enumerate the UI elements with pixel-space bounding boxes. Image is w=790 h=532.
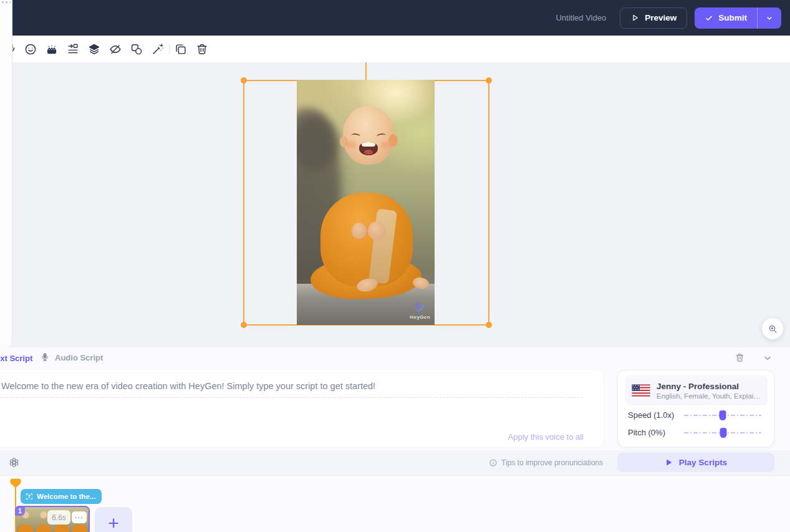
image-monk-mouth	[359, 142, 378, 155]
submit-label: Submit	[718, 13, 747, 22]
selection-handle-bottom-left[interactable]	[241, 322, 247, 328]
submit-button[interactable]: Submit	[695, 7, 757, 29]
left-sidebar-edge	[0, 0, 12, 347]
video-canvas[interactable]: HeyGen	[0, 62, 790, 347]
speed-slider-thumb[interactable]	[720, 410, 726, 420]
image-monk-teeth	[362, 142, 375, 147]
pitch-slider-row: Pitch (0%)	[628, 428, 761, 437]
duplicate-icon[interactable]	[173, 42, 188, 57]
element-toolbar	[0, 36, 790, 62]
preview-button[interactable]: Preview	[620, 7, 687, 29]
image-monk-tongue	[364, 150, 373, 155]
canvas-zoom-button[interactable]	[762, 318, 783, 339]
tab-audio-script[interactable]: Audio Script	[40, 352, 103, 362]
gesture-icon[interactable]	[44, 42, 59, 57]
order-icon[interactable]	[65, 42, 80, 57]
tips-label: Tips to improve pronunciations	[501, 458, 603, 467]
image-monk-cheek-left	[345, 141, 357, 148]
toolbar-divider	[169, 44, 170, 55]
selection-left-line	[243, 80, 244, 325]
submit-options-button[interactable]	[757, 7, 781, 29]
delete-script-icon[interactable]	[735, 352, 745, 363]
selection-handle-top-right[interactable]	[486, 77, 492, 84]
video-title[interactable]: Untitled Video	[556, 13, 606, 22]
layers-icon[interactable]	[87, 42, 102, 57]
image-monk-hand-left	[352, 223, 367, 239]
preview-label: Preview	[645, 13, 677, 22]
heygen-video-editor: Untitled Video Preview Submit	[0, 0, 790, 532]
tab-audio-script-label: Audio Script	[55, 353, 103, 362]
script-editor-card: Welcome to the new era of video creation…	[0, 370, 604, 447]
zoom-in-icon	[768, 324, 778, 334]
apply-voice-to-all-link[interactable]: Apply this voice to all	[508, 432, 584, 442]
heygen-logo-icon	[414, 301, 426, 314]
hide-icon[interactable]	[108, 42, 123, 57]
emoji-icon[interactable]	[23, 42, 38, 57]
collapse-panel-icon[interactable]	[763, 353, 773, 363]
add-scene-button[interactable]: +	[95, 507, 132, 532]
pitch-slider[interactable]	[684, 428, 761, 437]
scene-duration-badge: 6.6s	[47, 510, 70, 525]
image-monk-cheek-right	[380, 141, 392, 148]
sidebar-cut-marks	[2, 1, 11, 3]
image-monk-head	[343, 106, 394, 165]
play-scripts-button[interactable]: Play Scripts	[617, 453, 774, 472]
speed-slider-row: Speed (1.0x)	[628, 410, 761, 420]
check-icon	[705, 14, 713, 22]
timeline-clip-label: Welcome to the...	[37, 493, 95, 500]
rotation-handle-stem	[365, 62, 367, 80]
pitch-slider-thumb[interactable]	[720, 428, 727, 438]
pitch-label: Pitch (0%)	[628, 428, 684, 437]
image-monk-eye-left	[351, 133, 361, 139]
heygen-watermark: HeyGen	[410, 301, 430, 320]
pronunciation-tips-link[interactable]: Tips to improve pronunciations	[489, 458, 603, 467]
selection-handle-bottom-right[interactable]	[486, 322, 492, 328]
timeline[interactable]: Welcome to the... 1 6.6s ··· +	[0, 475, 790, 532]
info-icon	[489, 458, 498, 467]
script-actions	[735, 352, 773, 363]
avatar-image[interactable]: HeyGen	[297, 80, 435, 325]
voice-settings-card: Jenny - Professional English, Female, Yo…	[617, 370, 774, 447]
submit-button-group: Submit	[695, 7, 781, 29]
shapes-icon[interactable]	[129, 42, 144, 57]
tab-text-script[interactable]: Text Script	[0, 354, 32, 363]
image-monk-eye-right	[377, 133, 387, 139]
script-line-separator	[0, 397, 582, 398]
us-flag-icon	[632, 384, 650, 397]
image-monk-hand-right	[368, 221, 385, 240]
play-outline-icon	[630, 13, 640, 22]
delete-icon[interactable]	[195, 42, 210, 57]
text-clip-icon	[26, 493, 33, 500]
microphone-icon	[40, 352, 50, 362]
scene-number-badge: 1	[15, 506, 25, 516]
timeline-text-clip[interactable]: Welcome to the...	[21, 489, 102, 504]
selection-right-line	[488, 80, 489, 325]
speed-label: Speed (1.0x)	[628, 410, 684, 420]
voice-name: Jenny - Professional	[657, 382, 761, 391]
image-monk-robe	[320, 193, 413, 286]
speed-slider[interactable]	[684, 411, 761, 420]
voice-selector[interactable]: Jenny - Professional English, Female, Yo…	[625, 375, 768, 405]
scene-more-button[interactable]: ···	[72, 511, 87, 523]
watermark-label: HeyGen	[410, 314, 430, 320]
magic-wand-icon[interactable]	[150, 42, 165, 57]
script-section: Text Script Audio Script Welcome to the …	[0, 347, 790, 532]
chevron-down-icon	[765, 14, 774, 22]
script-tab-row: Text Script Audio Script	[0, 347, 790, 369]
script-text-input[interactable]: Welcome to the new era of video creation…	[1, 380, 585, 393]
selection-handle-top-left[interactable]	[241, 77, 247, 84]
play-filled-icon	[665, 458, 673, 467]
gpt-script-icon[interactable]	[9, 457, 19, 468]
voice-attributes: English, Female, Youth, Explain...	[657, 392, 761, 400]
top-navbar: Untitled Video Preview Submit	[0, 0, 790, 36]
play-scripts-label: Play Scripts	[679, 458, 727, 467]
